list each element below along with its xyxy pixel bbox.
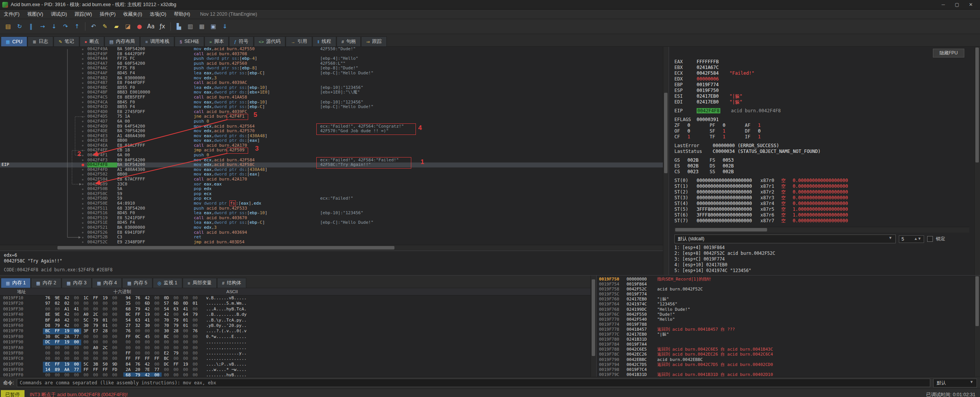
disasm-row[interactable]: 0042F5168D45 F0lea eax,dword ptr ss:[ebp… bbox=[0, 211, 663, 216]
dump-byte[interactable]: 00 bbox=[133, 345, 142, 351]
dump-byte[interactable]: 00 bbox=[62, 356, 72, 361]
dump-byte[interactable]: 42 bbox=[142, 295, 152, 301]
menu-item[interactable]: 文件(F) bbox=[0, 10, 23, 19]
dump-byte[interactable]: 35 bbox=[123, 301, 133, 306]
menu-item[interactable]: 帮助(H) bbox=[170, 10, 194, 19]
highlighter-icon[interactable]: ▰ bbox=[111, 21, 122, 32]
dump-byte[interactable]: 19 bbox=[181, 362, 190, 367]
stack-row[interactable]: 0019F76C0042F550"Dude!" bbox=[597, 312, 974, 317]
argument-row[interactable]: 2: [esp+8] 0042F52C acid burn.0042F52C bbox=[674, 251, 974, 256]
download-icon[interactable]: ⇓ bbox=[219, 21, 231, 32]
dump-byte[interactable]: AA bbox=[62, 367, 72, 372]
dump-byte[interactable]: 00 bbox=[190, 351, 200, 356]
dump-byte[interactable]: 7E bbox=[142, 367, 152, 372]
instruction-bullet-icon[interactable] bbox=[82, 63, 83, 64]
dump-byte[interactable]: 00 bbox=[52, 345, 62, 351]
instruction-bullet-icon[interactable] bbox=[82, 159, 83, 161]
dump-byte[interactable]: 00 bbox=[162, 340, 171, 345]
flag-value[interactable]: 0 bbox=[687, 123, 710, 128]
stack-row[interactable]: 0019F76002417EB0"|躲" bbox=[597, 297, 974, 302]
dump-byte[interactable]: 42 bbox=[62, 312, 72, 317]
dump-byte[interactable]: 00 bbox=[171, 372, 181, 377]
tab-breakpoints[interactable]: ●断点 bbox=[80, 36, 104, 46]
dump-byte[interactable]: 45 bbox=[142, 334, 152, 340]
dump-byte[interactable]: FF bbox=[152, 356, 162, 361]
disasm-row[interactable]: 0042F4DEBA 70F54200mov edx,acid burn.42F… bbox=[0, 129, 663, 134]
registers-horizontal-scrollbar[interactable] bbox=[674, 227, 969, 233]
dump-byte[interactable]: 19 bbox=[62, 328, 72, 334]
tab-locals[interactable]: ≡局部变量 bbox=[183, 278, 217, 288]
dump-byte[interactable]: 70 bbox=[162, 318, 171, 323]
stack-row[interactable]: 0019F7740019F788 bbox=[597, 322, 974, 327]
dump-row[interactable]: 0019FFB00000000000000000FF000000E2790000… bbox=[0, 351, 591, 356]
argument-count-spinner[interactable]: 5 ▲▼ bbox=[899, 235, 924, 243]
dump-byte[interactable]: 79 bbox=[133, 372, 142, 377]
dump-byte[interactable]: 42 bbox=[162, 312, 171, 317]
close-button[interactable]: ✕ bbox=[964, 0, 978, 9]
segment-value[interactable]: 002B bbox=[723, 169, 745, 175]
dump-byte[interactable]: 00 bbox=[91, 340, 100, 345]
dump-byte[interactable]: 00 bbox=[181, 334, 190, 340]
fx-icon[interactable]: ƒx bbox=[157, 21, 168, 32]
stack-row[interactable]: 0019F7700042F540"Hello" bbox=[597, 317, 974, 322]
dump-byte[interactable]: 02 bbox=[62, 301, 72, 306]
dump-byte[interactable]: 19 bbox=[62, 340, 72, 345]
dump-byte[interactable]: 00 bbox=[171, 356, 181, 361]
dump-byte[interactable]: 00 bbox=[133, 340, 142, 345]
stack-row[interactable]: 0019F77C02417EB0"|躲" bbox=[597, 332, 974, 337]
dump-byte[interactable]: 30 bbox=[162, 328, 171, 334]
dump-byte[interactable]: 00 bbox=[162, 367, 171, 372]
register-value[interactable]: 02417EB0 bbox=[697, 99, 719, 105]
instruction-bullet-icon[interactable] bbox=[82, 174, 83, 176]
dump-byte[interactable]: 00 bbox=[133, 351, 142, 356]
dump-byte[interactable]: 00 bbox=[190, 340, 200, 345]
dump-byte[interactable]: 41 bbox=[181, 307, 190, 312]
instruction-bullet-icon[interactable] bbox=[82, 222, 83, 224]
dump-byte[interactable]: 76 bbox=[43, 295, 52, 301]
scrollbar-thumb[interactable] bbox=[975, 48, 979, 162]
register-value[interactable]: 02417EB0 bbox=[697, 94, 719, 99]
dump-byte[interactable]: 00 bbox=[110, 301, 119, 306]
dump-byte[interactable]: 00 bbox=[171, 345, 181, 351]
dump-byte[interactable]: D8 bbox=[43, 323, 52, 328]
dump-byte[interactable]: FF bbox=[52, 328, 62, 334]
dump-byte[interactable]: 97 bbox=[43, 301, 52, 306]
instruction-bullet-icon[interactable] bbox=[82, 232, 83, 233]
dump-byte[interactable]: 19 bbox=[62, 362, 72, 367]
dump-byte[interactable]: 00 bbox=[190, 323, 200, 328]
menu-item[interactable]: 调试(D) bbox=[47, 10, 71, 19]
dump-byte[interactable]: E7 bbox=[91, 328, 100, 334]
dump-byte[interactable]: 79 bbox=[171, 318, 181, 323]
dump-byte[interactable]: 00 bbox=[81, 334, 91, 340]
dump-byte[interactable]: 00 bbox=[142, 340, 152, 345]
instruction-bullet-icon[interactable] bbox=[82, 102, 83, 103]
instruction-bullet-icon[interactable] bbox=[82, 135, 83, 137]
register-value[interactable]: C0000034 (STATUS_OBJECT_NAME_NOT_FOUND) bbox=[713, 149, 821, 154]
dump-row[interactable]: 0019FF10769E42001CFF1900947642000D000000… bbox=[0, 295, 591, 301]
dump-byte[interactable]: FF bbox=[91, 367, 100, 372]
dump-byte[interactable]: 00 bbox=[72, 340, 81, 345]
dump-byte[interactable]: FF bbox=[91, 295, 100, 301]
instruction-bullet-icon[interactable] bbox=[82, 87, 83, 89]
dump-byte[interactable]: 00 bbox=[181, 295, 190, 301]
dump-byte[interactable]: 68 bbox=[123, 372, 133, 377]
dump-row[interactable]: 0019FFD0ECFF19005C3B509D84764200DCFF1900… bbox=[0, 362, 591, 367]
dump-byte[interactable]: 00 bbox=[152, 323, 162, 328]
dump-byte[interactable]: 00 bbox=[123, 340, 133, 345]
dump-byte[interactable]: FF bbox=[52, 362, 62, 367]
register-value[interactable]: 00000006 bbox=[697, 76, 719, 82]
tab-handles[interactable]: #句柄 bbox=[337, 36, 361, 46]
dump-row[interactable]: 0019FF80300C2A7700000000FF0C4500BC000000… bbox=[0, 334, 591, 340]
dump-byte[interactable]: 5C bbox=[81, 318, 91, 323]
instruction-bullet-icon[interactable] bbox=[82, 82, 83, 84]
dump-byte[interactable]: 19 bbox=[142, 312, 152, 317]
dump-byte[interactable]: 63 bbox=[171, 307, 181, 312]
flag-value[interactable]: 1 bbox=[723, 128, 745, 134]
step-into-icon[interactable]: ↓ bbox=[48, 21, 60, 32]
segment-value[interactable]: 002B bbox=[723, 163, 745, 169]
dump-byte[interactable]: 79 bbox=[171, 351, 181, 356]
dump-byte[interactable]: 00 bbox=[81, 301, 91, 306]
tab-symbols[interactable]: ƒ符号 bbox=[229, 36, 253, 46]
dump-byte[interactable]: 00 bbox=[43, 372, 52, 377]
register-value[interactable]: 0019F750 bbox=[697, 88, 719, 93]
